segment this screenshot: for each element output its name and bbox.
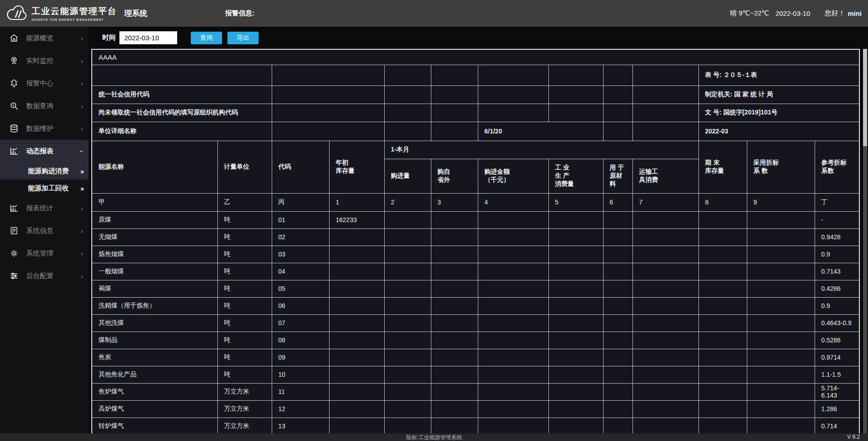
cell-factor [747, 349, 815, 366]
cell-purchase [384, 280, 431, 297]
cell-year-begin [329, 246, 384, 263]
table-row: 焦炭 吨 09 [92, 349, 859, 366]
sidebar-item-data-maintenance[interactable]: 数据维护 › [0, 117, 89, 140]
cell-raw-material [603, 297, 632, 314]
cell-unit: 吨 [217, 314, 272, 332]
cell-amount [478, 263, 548, 280]
cell-period-end [698, 314, 747, 332]
database-icon [9, 123, 19, 133]
cell-period-end [698, 383, 747, 400]
cell-industry [548, 349, 603, 366]
sidebar-item-energy-overview[interactable]: 能源概览 › [0, 27, 89, 49]
cell-ref-factor: 0.7143 [815, 263, 859, 280]
cell-outside [431, 366, 478, 383]
cell-unit: 吨 [217, 366, 272, 383]
sidebar-item-report-statistics[interactable]: 报表统计 › [0, 197, 89, 219]
query-button[interactable]: 查询 [191, 32, 222, 44]
cell-factor [747, 263, 815, 280]
sidebar-item-backend-config[interactable]: 后台配置 › [0, 265, 89, 287]
cell-transport [632, 246, 698, 263]
sidebar-item-system-management[interactable]: 系统管理 › [0, 242, 89, 265]
cell-factor [747, 366, 815, 383]
platform-subtitle: GONGYE YUN ENERGY MANAGEMENT [32, 18, 117, 21]
sidebar-item-alarm-center[interactable]: 报警中心 › [0, 72, 89, 95]
col-header-outside: 购自 省外 [431, 159, 478, 193]
cell-transport [632, 349, 698, 366]
cell-period-end [698, 400, 747, 417]
col-header-code: 代码 [272, 141, 329, 193]
copyright-text: 版权:工业能源管理系统 [406, 434, 462, 441]
cell-unit: 万立方米 [217, 383, 272, 400]
sidebar-item-data-query[interactable]: 数据查询 › [0, 95, 89, 117]
cell-factor [747, 280, 815, 297]
cell-outside [431, 211, 478, 228]
sidebar-subitem-energy-purchase-consumption[interactable]: 能源购进消费 » [0, 162, 89, 180]
cell-outside [431, 280, 478, 297]
export-button[interactable]: 导出 [227, 32, 259, 44]
cell-raw-material [603, 280, 632, 297]
sidebar-item-system-info[interactable]: 系统信息 › [0, 219, 89, 242]
cell-outside [431, 400, 478, 417]
scrollbar-thumb[interactable] [863, 49, 867, 146]
cell-raw-material [603, 400, 632, 417]
sidebar-subitem-energy-processing-recovery[interactable]: 能源加工回收 » [0, 180, 89, 197]
cell-purchase [384, 297, 431, 314]
cell-year-begin [329, 228, 384, 246]
cell-ref-factor: 0.5286 [815, 332, 859, 349]
time-input[interactable] [119, 31, 177, 44]
cell-outside [431, 314, 478, 332]
cell-transport [632, 263, 698, 280]
cell-raw-material [603, 383, 632, 400]
cell-code: 06 [272, 297, 329, 314]
cell-purchase [384, 332, 431, 349]
cell-purchase [384, 383, 431, 400]
col-header-period-end: 期 末 库存量 [698, 141, 747, 193]
cell-ref-factor: 0.9 [815, 246, 859, 263]
report-period: 2022-03 [698, 122, 859, 141]
meta-agency: 制定机关: 国 家 统 计 局 [698, 85, 859, 104]
cell-energy-name: 洗精煤（用于炼焦） [92, 297, 217, 314]
cell-raw-material [603, 366, 632, 383]
table-row: 洗精煤（用于炼焦） 吨 06 [92, 297, 859, 314]
table-row: 一般烟煤 吨 04 [92, 263, 859, 280]
sidebar-item-realtime-monitor[interactable]: 实时监控 › [0, 49, 89, 72]
cell-ref-factor: 5.714-6.143 [815, 383, 859, 400]
cell-energy-name: 炼焦烟煤 [92, 246, 217, 263]
col-header-industry: 工 业 生 产 消费量 [548, 159, 603, 193]
cell-amount [478, 297, 548, 314]
no-credit-code-label: 尚未领取统一社会信用代码的填写原组织机构代码 [92, 104, 272, 122]
cell-ref-factor: 0.9714 [815, 349, 859, 366]
energy-rows: 原煤 吨 01 162233 [92, 211, 859, 433]
cell-period-end [698, 366, 747, 383]
cell-purchase [384, 417, 431, 433]
cell-transport [632, 297, 698, 314]
col-header-month-group: 1-本月 [384, 141, 698, 159]
double-arrow-icon: » [80, 167, 83, 175]
username[interactable]: mini [848, 9, 862, 17]
cell-factor [747, 314, 815, 332]
sidebar-item-dynamic-reports[interactable]: 动态报表 › [0, 140, 89, 162]
vertical-scrollbar[interactable] [863, 49, 867, 433]
cell-code: 05 [272, 280, 329, 297]
cell-factor [747, 246, 815, 263]
cell-purchase [384, 228, 431, 246]
report-title: AAAA [92, 49, 859, 65]
cell-industry [548, 383, 603, 400]
cell-energy-name: 高炉煤气 [92, 400, 217, 417]
meta-row: 单位详细名称 6/1/20 2022-03 [92, 122, 859, 141]
cell-period-end [698, 280, 747, 297]
sliders-icon [9, 271, 19, 281]
cell-raw-material [603, 314, 632, 332]
chevron-right-icon: › [81, 272, 83, 280]
cell-code: 02 [272, 228, 329, 246]
cell-period-end [698, 228, 747, 246]
cell-outside [431, 246, 478, 263]
column-code-row: 甲 乙 丙 1 2 3 4 5 6 7 8 9 丁 [92, 193, 859, 211]
report-title-row: AAAA [92, 49, 859, 65]
cell-year-begin [329, 280, 384, 297]
table-row: 焦炉煤气 万立方米 11 [92, 383, 859, 400]
cell-factor [747, 297, 815, 314]
cell-transport [632, 383, 698, 400]
cell-outside [431, 417, 478, 433]
cell-transport [632, 314, 698, 332]
